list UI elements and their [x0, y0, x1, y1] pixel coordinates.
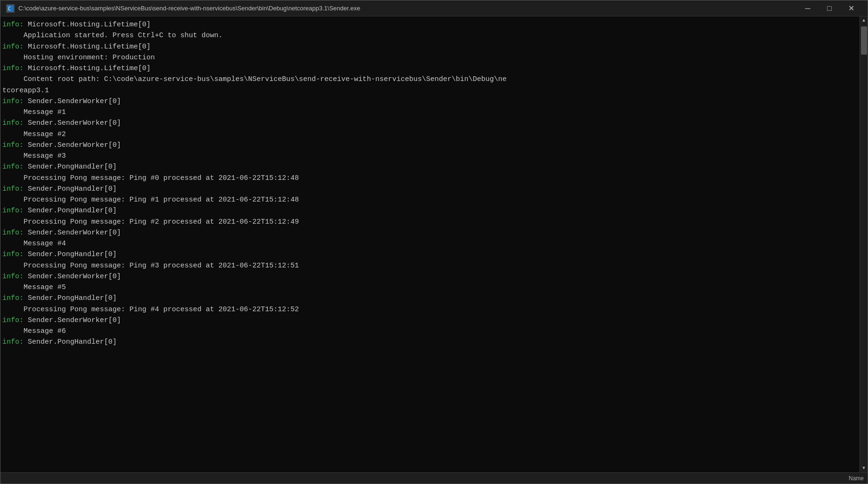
log-label: info: — [2, 163, 24, 171]
log-label: info: — [2, 141, 24, 149]
log-line: info: Sender.SenderWorker[0] — [2, 118, 858, 129]
log-message: Application started. Press Ctrl+C to shu… — [2, 32, 223, 40]
app-icon: C — [6, 4, 15, 13]
window-title: C:\code\azure-service-bus\samples\NServi… — [18, 5, 793, 12]
log-message: Message #1 — [2, 108, 66, 116]
log-source: Sender.SenderWorker[0] — [24, 97, 121, 105]
log-label: info: — [2, 316, 24, 324]
log-label: info: — [2, 250, 24, 258]
scroll-down-arrow[interactable]: ▼ — [860, 464, 868, 472]
title-bar: C C:\code\azure-service-bus\samples\NSer… — [0, 0, 868, 16]
log-source: Microsoft.Hosting.Lifetime[0] — [24, 43, 151, 51]
log-line: info: Microsoft.Hosting.Lifetime[0] — [2, 63, 858, 74]
log-source: Sender.SenderWorker[0] — [24, 273, 121, 281]
log-source: Sender.PongHandler[0] — [24, 207, 117, 215]
log-message: Processing Pong message: Ping #2 process… — [2, 218, 299, 226]
close-button[interactable]: ✕ — [840, 0, 862, 16]
log-line: Processing Pong message: Ping #2 process… — [2, 217, 858, 227]
log-line: Message #2 — [2, 129, 858, 140]
log-source: Sender.SenderWorker[0] — [24, 229, 121, 237]
log-line: info: Sender.PongHandler[0] — [2, 249, 858, 260]
log-line: Message #4 — [2, 238, 858, 249]
log-line: info: Microsoft.Hosting.Lifetime[0] — [2, 19, 858, 30]
log-line: info: Sender.SenderWorker[0] — [2, 227, 858, 238]
log-line: Message #5 — [2, 282, 858, 293]
log-source: Sender.SenderWorker[0] — [24, 316, 121, 324]
log-line: info: Sender.PongHandler[0] — [2, 205, 858, 216]
log-line: tcoreapp3.1 — [2, 85, 858, 96]
log-message: Content root path: C:\code\azure-service… — [2, 75, 506, 83]
log-source: Sender.PongHandler[0] — [24, 163, 117, 171]
log-line: info: Sender.PongHandler[0] — [2, 184, 858, 194]
svg-text:C: C — [8, 6, 11, 11]
log-line: Processing Pong message: Ping #1 process… — [2, 194, 858, 205]
log-label: info: — [2, 229, 24, 237]
log-source: Sender.PongHandler[0] — [24, 185, 117, 193]
log-line: info: Sender.PongHandler[0] — [2, 161, 858, 172]
log-line: info: Microsoft.Hosting.Lifetime[0] — [2, 41, 858, 52]
log-source: Sender.PongHandler[0] — [24, 250, 117, 258]
log-label: info: — [2, 207, 24, 215]
console-output: info: Microsoft.Hosting.Lifetime[0] Appl… — [0, 16, 860, 472]
log-label: info: — [2, 119, 24, 127]
log-line: Message #3 — [2, 151, 858, 161]
log-source: Sender.SenderWorker[0] — [24, 141, 121, 149]
log-line: info: Sender.SenderWorker[0] — [2, 140, 858, 151]
log-label: info: — [2, 97, 24, 105]
log-line: info: Sender.SenderWorker[0] — [2, 271, 858, 282]
log-message: Processing Pong message: Ping #1 process… — [2, 196, 299, 204]
log-source: Sender.PongHandler[0] — [24, 338, 117, 346]
log-message: Processing Pong message: Ping #3 process… — [2, 262, 299, 270]
log-message: Message #3 — [2, 152, 66, 160]
log-line: Message #1 — [2, 107, 858, 118]
log-source: Sender.SenderWorker[0] — [24, 119, 121, 127]
log-label: info: — [2, 21, 24, 29]
log-label: info: — [2, 185, 24, 193]
log-label: info: — [2, 65, 24, 73]
log-line: info: Sender.PongHandler[0] — [2, 337, 858, 347]
log-line: Processing Pong message: Ping #3 process… — [2, 260, 858, 271]
log-message: tcoreapp3.1 — [2, 87, 49, 95]
log-line: Processing Pong message: Ping #0 process… — [2, 173, 858, 184]
log-line: info: Sender.SenderWorker[0] — [2, 96, 858, 107]
scrollbar-thumb[interactable] — [861, 26, 867, 55]
window-controls: ─ □ ✕ — [797, 0, 862, 16]
log-line: info: Sender.SenderWorker[0] — [2, 315, 858, 326]
scrollbar[interactable]: ▲ ▼ — [860, 16, 868, 472]
log-line: info: Sender.PongHandler[0] — [2, 293, 858, 304]
maximize-button[interactable]: □ — [819, 0, 840, 16]
console-area: info: Microsoft.Hosting.Lifetime[0] Appl… — [0, 16, 868, 472]
log-line: Hosting environment: Production — [2, 52, 858, 63]
log-line: Message #6 — [2, 326, 858, 337]
log-label: info: — [2, 273, 24, 281]
status-name-label: Name — [849, 475, 864, 482]
log-label: info: — [2, 294, 24, 302]
log-message: Message #5 — [2, 283, 66, 291]
log-line: Processing Pong message: Ping #4 process… — [2, 304, 858, 315]
log-label: info: — [2, 43, 24, 51]
log-message: Message #4 — [2, 240, 66, 248]
scroll-up-arrow[interactable]: ▲ — [860, 16, 868, 24]
log-source: Sender.PongHandler[0] — [24, 294, 117, 302]
log-message: Hosting environment: Production — [2, 54, 155, 62]
log-message: Processing Pong message: Ping #4 process… — [2, 306, 299, 314]
log-line: Content root path: C:\code\azure-service… — [2, 74, 858, 85]
console-window: C C:\code\azure-service-bus\samples\NSer… — [0, 0, 868, 484]
scrollbar-track[interactable] — [860, 24, 868, 464]
minimize-button[interactable]: ─ — [797, 0, 819, 16]
log-line: Application started. Press Ctrl+C to shu… — [2, 30, 858, 41]
log-message: Message #6 — [2, 327, 66, 335]
log-message: Processing Pong message: Ping #0 process… — [2, 174, 299, 182]
log-source: Microsoft.Hosting.Lifetime[0] — [24, 21, 151, 29]
log-message: Message #2 — [2, 130, 66, 138]
log-label: info: — [2, 338, 24, 346]
status-bar: Name — [0, 472, 868, 484]
log-source: Microsoft.Hosting.Lifetime[0] — [24, 65, 151, 73]
